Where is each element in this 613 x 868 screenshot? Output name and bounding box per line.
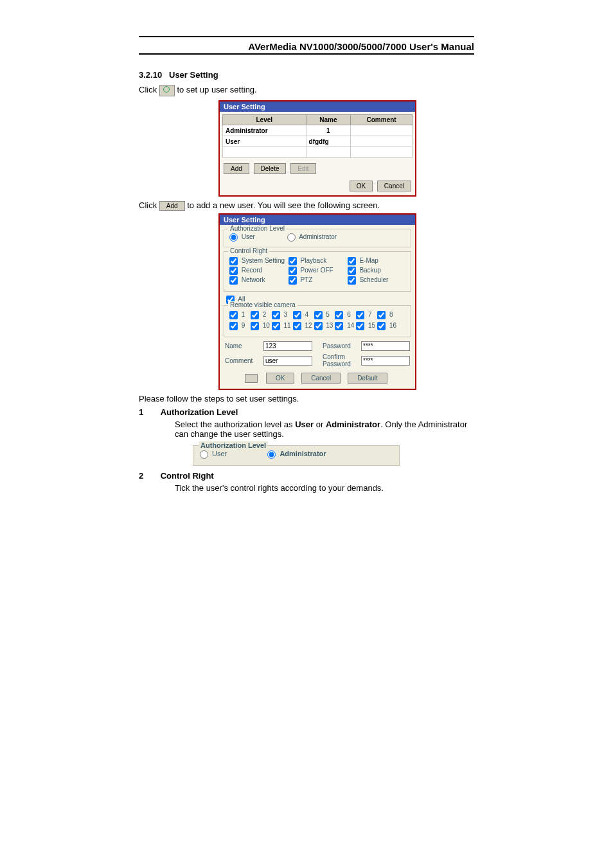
check-record[interactable]: Record	[229, 267, 287, 275]
check-cam-8[interactable]: 8	[377, 311, 398, 319]
user-setting-dialog: User Setting Level Name Comment Administ…	[218, 100, 416, 197]
page-header: AVerMedia NV1000/3000/5000/7000 User's M…	[139, 40, 474, 55]
confirm-password-input[interactable]	[361, 356, 410, 366]
user-setting-add-dialog: User Setting Authorization Level User Ad…	[218, 213, 416, 390]
radio-label: User	[242, 233, 255, 240]
check-label: Network	[242, 276, 265, 283]
cancel-button[interactable]: Cancel	[377, 181, 411, 191]
check-cam-6[interactable]: 6	[335, 311, 356, 319]
step-title: Control Right	[161, 471, 214, 481]
table-row[interactable]: User dfgdfg	[223, 136, 413, 147]
check-cam-13[interactable]: 13	[314, 322, 335, 330]
cell-comment	[351, 125, 413, 136]
check-label: PTZ	[301, 276, 313, 283]
text: Click	[139, 85, 159, 94]
radio-admin[interactable]: Administrator	[267, 450, 326, 457]
cancel-button[interactable]: Cancel	[301, 373, 341, 384]
check-cam-10[interactable]: 10	[251, 322, 272, 330]
dialog-title: User Setting	[220, 215, 415, 225]
step-body: Tick the user's control rights according…	[175, 483, 477, 493]
check-cam-15[interactable]: 15	[356, 322, 377, 330]
comment-input[interactable]	[263, 356, 312, 366]
check-label: Record	[242, 267, 262, 274]
label-password: Password	[323, 342, 361, 350]
group-legend: Remote visible camera	[228, 301, 298, 308]
section-heading: 3.2.10 User Setting	[139, 70, 613, 80]
check-scheduler[interactable]: Scheduler	[348, 276, 405, 285]
text: Click	[139, 200, 159, 210]
label-name: Name	[225, 342, 263, 350]
user-setting-icon	[159, 85, 175, 96]
step-body: Select the authorization level as User o…	[175, 420, 477, 439]
add-button-inline: Add	[159, 201, 185, 211]
instruction-follow-steps: Please follow the steps to set user sett…	[139, 394, 613, 403]
check-label: Playback	[301, 257, 327, 264]
table-row[interactable]: Administrator 1	[223, 125, 413, 136]
check-backup[interactable]: Backup	[348, 267, 405, 275]
col-name[interactable]: Name	[306, 115, 351, 125]
authorization-level-snippet: Authorization Level User Administrator	[193, 445, 400, 466]
check-label: E-Map	[359, 257, 378, 264]
check-ptz[interactable]: PTZ	[289, 276, 346, 285]
text: to set up user setting.	[177, 85, 256, 94]
check-network[interactable]: Network	[229, 276, 287, 285]
check-cam-4[interactable]: 4	[293, 311, 314, 319]
name-input[interactable]	[263, 341, 312, 351]
control-right-group: Control Right System Setting Record Netw…	[224, 251, 411, 292]
check-label: Power OFF	[301, 267, 333, 274]
col-comment[interactable]: Comment	[351, 115, 413, 125]
check-cam-1[interactable]: 1	[229, 311, 251, 319]
ok-button[interactable]: OK	[350, 181, 373, 191]
cell-name: dfgdfg	[306, 136, 351, 147]
cell-comment	[351, 136, 413, 147]
check-system-setting[interactable]: System Setting	[229, 257, 287, 265]
keyboard-icon[interactable]	[245, 374, 258, 383]
check-cam-16[interactable]: 16	[377, 322, 398, 330]
delete-button[interactable]: Delete	[254, 163, 287, 174]
label-comment: Comment	[225, 357, 263, 364]
radio-user[interactable]: User	[229, 233, 255, 240]
label-confirm-password: Confirm Password	[323, 353, 361, 368]
remote-visible-camera-group: Remote visible camera 1 2 3 4 5 6 7 8 9 …	[224, 305, 411, 337]
cell-name: 1	[306, 125, 351, 136]
col-level[interactable]: Level	[223, 115, 306, 125]
group-legend: Authorization Level	[228, 225, 287, 232]
edit-button[interactable]: Edit	[290, 163, 315, 174]
dialog-title: User Setting	[220, 102, 415, 112]
section-number: 3.2.10	[139, 70, 162, 80]
step-number: 2	[139, 471, 158, 481]
check-label: Backup	[359, 267, 380, 274]
check-power-off[interactable]: Power OFF	[289, 267, 346, 275]
radio-user[interactable]: User	[200, 450, 227, 457]
check-cam-7[interactable]: 7	[356, 311, 377, 319]
section-name: User Setting	[169, 70, 218, 80]
user-table: Level Name Comment Administrator 1 User …	[222, 114, 413, 158]
group-legend: Authorization Level	[199, 441, 268, 449]
check-cam-3[interactable]: 3	[272, 311, 293, 319]
instruction-click-icon: Click to set up user setting.	[139, 85, 613, 96]
check-cam-9[interactable]: 9	[229, 322, 251, 330]
cell-level: Administrator	[223, 125, 306, 136]
check-emap[interactable]: E-Map	[348, 257, 405, 265]
step-title: Authorization Level	[161, 407, 238, 417]
check-cam-5[interactable]: 5	[314, 311, 335, 319]
check-cam-14[interactable]: 14	[335, 322, 356, 330]
default-button[interactable]: Default	[348, 373, 387, 384]
group-legend: Control Right	[228, 247, 269, 254]
text: to add a new user. You will see the foll…	[187, 200, 380, 210]
check-cam-11[interactable]: 11	[272, 322, 293, 330]
check-cam-12[interactable]: 12	[293, 322, 314, 330]
add-button[interactable]: Add	[224, 163, 249, 174]
check-label: Scheduler	[359, 276, 388, 283]
instruction-click-add: Click Add to add a new user. You will se…	[139, 200, 613, 211]
step-number: 1	[139, 407, 158, 417]
radio-admin[interactable]: Administrator	[287, 233, 337, 240]
cell-level: User	[223, 136, 306, 147]
radio-label: Administrator	[299, 233, 337, 240]
ok-button[interactable]: OK	[266, 373, 294, 384]
check-label: System Setting	[242, 257, 285, 264]
check-cam-2[interactable]: 2	[251, 311, 272, 319]
check-playback[interactable]: Playback	[289, 257, 346, 265]
authorization-level-group: Authorization Level User Administrator	[224, 229, 411, 247]
password-input[interactable]	[361, 341, 410, 351]
